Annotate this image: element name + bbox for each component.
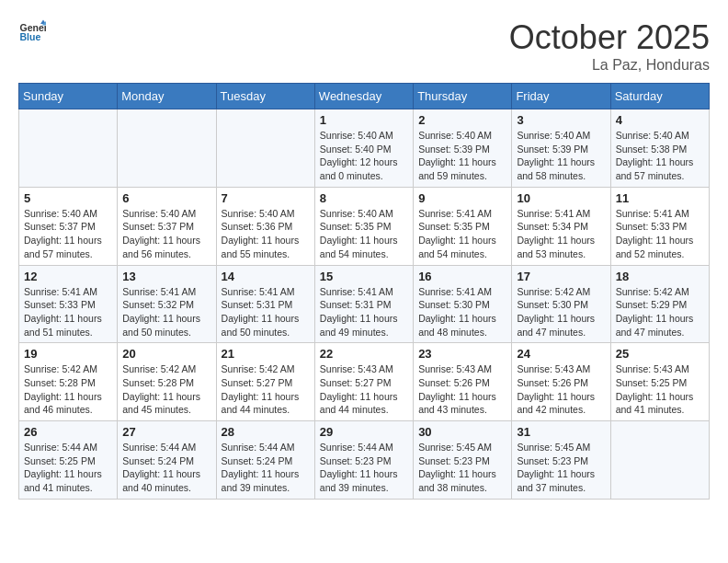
day-info: Sunrise: 5:43 AMSunset: 5:26 PMDaylight:… — [418, 362, 506, 417]
week-row-5: 26Sunrise: 5:44 AMSunset: 5:25 PMDayligh… — [19, 421, 710, 500]
day-info: Sunrise: 5:43 AMSunset: 5:25 PMDaylight:… — [616, 362, 704, 417]
weekday-header-wednesday: Wednesday — [314, 84, 413, 109]
day-number: 9 — [418, 191, 506, 205]
day-number: 7 — [222, 191, 310, 205]
day-info: Sunrise: 5:40 AMSunset: 5:37 PMDaylight:… — [122, 207, 210, 261]
calendar-cell: 8Sunrise: 5:40 AMSunset: 5:35 PMDaylight… — [314, 187, 413, 265]
day-number: 20 — [122, 347, 210, 361]
calendar-cell: 25Sunrise: 5:43 AMSunset: 5:25 PMDayligh… — [610, 343, 709, 421]
weekday-header-monday: Monday — [118, 84, 216, 109]
week-row-3: 12Sunrise: 5:41 AMSunset: 5:33 PMDayligh… — [19, 265, 710, 343]
calendar-cell: 31Sunrise: 5:45 AMSunset: 5:23 PMDayligh… — [512, 421, 610, 500]
day-info: Sunrise: 5:40 AMSunset: 5:40 PMDaylight:… — [320, 129, 408, 183]
day-number: 29 — [320, 425, 408, 439]
day-number: 17 — [517, 270, 605, 283]
day-number: 1 — [320, 113, 408, 127]
day-number: 18 — [616, 270, 704, 283]
day-number: 19 — [24, 347, 112, 361]
calendar-cell: 2Sunrise: 5:40 AMSunset: 5:39 PMDaylight… — [414, 109, 512, 188]
day-number: 8 — [320, 191, 408, 205]
day-number: 13 — [122, 270, 210, 283]
week-row-1: 1Sunrise: 5:40 AMSunset: 5:40 PMDaylight… — [19, 109, 710, 188]
calendar-cell: 6Sunrise: 5:40 AMSunset: 5:37 PMDaylight… — [118, 187, 216, 265]
page-header: General Blue October 2025 La Paz, Hondur… — [18, 18, 710, 74]
calendar-cell: 5Sunrise: 5:40 AMSunset: 5:37 PMDaylight… — [19, 187, 118, 265]
svg-text:Blue: Blue — [20, 31, 41, 42]
calendar-cell: 29Sunrise: 5:44 AMSunset: 5:23 PMDayligh… — [314, 421, 413, 500]
day-number: 11 — [616, 191, 704, 205]
calendar-cell — [610, 421, 709, 500]
title-block: October 2025 La Paz, Honduras — [509, 18, 710, 74]
calendar-cell — [19, 109, 118, 188]
day-info: Sunrise: 5:43 AMSunset: 5:27 PMDaylight:… — [320, 362, 408, 417]
calendar-cell: 11Sunrise: 5:41 AMSunset: 5:33 PMDayligh… — [610, 187, 709, 265]
day-info: Sunrise: 5:45 AMSunset: 5:23 PMDaylight:… — [517, 441, 605, 495]
calendar-header: SundayMondayTuesdayWednesdayThursdayFrid… — [19, 84, 710, 109]
day-number: 26 — [24, 425, 112, 439]
calendar-body: 1Sunrise: 5:40 AMSunset: 5:40 PMDaylight… — [19, 109, 710, 500]
calendar-cell: 7Sunrise: 5:40 AMSunset: 5:36 PMDaylight… — [216, 187, 314, 265]
day-number: 22 — [320, 347, 408, 361]
day-info: Sunrise: 5:42 AMSunset: 5:27 PMDaylight:… — [222, 362, 310, 417]
week-row-2: 5Sunrise: 5:40 AMSunset: 5:37 PMDaylight… — [19, 187, 710, 265]
day-info: Sunrise: 5:41 AMSunset: 5:31 PMDaylight:… — [320, 285, 408, 339]
day-number: 31 — [517, 425, 605, 439]
day-number: 30 — [418, 425, 506, 439]
calendar-cell: 17Sunrise: 5:42 AMSunset: 5:30 PMDayligh… — [512, 265, 610, 343]
logo-icon: General Blue — [18, 18, 46, 46]
day-number: 5 — [24, 191, 112, 205]
day-info: Sunrise: 5:40 AMSunset: 5:39 PMDaylight:… — [418, 129, 506, 183]
day-number: 4 — [616, 113, 704, 127]
calendar-cell: 28Sunrise: 5:44 AMSunset: 5:24 PMDayligh… — [216, 421, 314, 500]
day-info: Sunrise: 5:41 AMSunset: 5:34 PMDaylight:… — [517, 207, 605, 261]
calendar-cell: 16Sunrise: 5:41 AMSunset: 5:30 PMDayligh… — [414, 265, 512, 343]
calendar-cell: 22Sunrise: 5:43 AMSunset: 5:27 PMDayligh… — [314, 343, 413, 421]
day-info: Sunrise: 5:40 AMSunset: 5:37 PMDaylight:… — [24, 207, 112, 261]
day-number: 3 — [517, 113, 605, 127]
weekday-header-saturday: Saturday — [610, 84, 709, 109]
day-info: Sunrise: 5:41 AMSunset: 5:30 PMDaylight:… — [418, 285, 506, 339]
day-info: Sunrise: 5:41 AMSunset: 5:33 PMDaylight:… — [616, 207, 704, 261]
weekday-header-friday: Friday — [512, 84, 610, 109]
day-info: Sunrise: 5:43 AMSunset: 5:26 PMDaylight:… — [517, 362, 605, 417]
calendar-cell: 18Sunrise: 5:42 AMSunset: 5:29 PMDayligh… — [610, 265, 709, 343]
calendar-cell — [216, 109, 314, 188]
calendar-cell — [118, 109, 216, 188]
weekday-header-tuesday: Tuesday — [216, 84, 314, 109]
calendar-cell: 12Sunrise: 5:41 AMSunset: 5:33 PMDayligh… — [19, 265, 118, 343]
calendar-cell: 23Sunrise: 5:43 AMSunset: 5:26 PMDayligh… — [414, 343, 512, 421]
day-number: 15 — [320, 270, 408, 283]
day-info: Sunrise: 5:42 AMSunset: 5:28 PMDaylight:… — [122, 362, 210, 417]
day-info: Sunrise: 5:42 AMSunset: 5:29 PMDaylight:… — [616, 285, 704, 339]
day-number: 25 — [616, 347, 704, 361]
day-info: Sunrise: 5:44 AMSunset: 5:25 PMDaylight:… — [24, 441, 112, 495]
day-info: Sunrise: 5:40 AMSunset: 5:38 PMDaylight:… — [616, 129, 704, 183]
day-number: 16 — [418, 270, 506, 283]
day-info: Sunrise: 5:41 AMSunset: 5:31 PMDaylight:… — [222, 285, 310, 339]
day-info: Sunrise: 5:41 AMSunset: 5:32 PMDaylight:… — [122, 285, 210, 339]
day-info: Sunrise: 5:41 AMSunset: 5:33 PMDaylight:… — [24, 285, 112, 339]
day-info: Sunrise: 5:42 AMSunset: 5:30 PMDaylight:… — [517, 285, 605, 339]
weekday-row: SundayMondayTuesdayWednesdayThursdayFrid… — [19, 84, 710, 109]
day-number: 10 — [517, 191, 605, 205]
day-info: Sunrise: 5:44 AMSunset: 5:24 PMDaylight:… — [122, 441, 210, 495]
calendar-cell: 21Sunrise: 5:42 AMSunset: 5:27 PMDayligh… — [216, 343, 314, 421]
calendar-cell: 1Sunrise: 5:40 AMSunset: 5:40 PMDaylight… — [314, 109, 413, 188]
calendar-cell: 4Sunrise: 5:40 AMSunset: 5:38 PMDaylight… — [610, 109, 709, 188]
day-info: Sunrise: 5:40 AMSunset: 5:36 PMDaylight:… — [222, 207, 310, 261]
logo: General Blue — [18, 18, 46, 46]
weekday-header-sunday: Sunday — [19, 84, 118, 109]
calendar-cell: 3Sunrise: 5:40 AMSunset: 5:39 PMDaylight… — [512, 109, 610, 188]
weekday-header-thursday: Thursday — [414, 84, 512, 109]
day-info: Sunrise: 5:40 AMSunset: 5:35 PMDaylight:… — [320, 207, 408, 261]
calendar-cell: 20Sunrise: 5:42 AMSunset: 5:28 PMDayligh… — [118, 343, 216, 421]
day-number: 12 — [24, 270, 112, 283]
calendar-table: SundayMondayTuesdayWednesdayThursdayFrid… — [18, 83, 710, 500]
day-number: 24 — [517, 347, 605, 361]
day-info: Sunrise: 5:42 AMSunset: 5:28 PMDaylight:… — [24, 362, 112, 417]
day-info: Sunrise: 5:40 AMSunset: 5:39 PMDaylight:… — [517, 129, 605, 183]
day-number: 23 — [418, 347, 506, 361]
day-number: 28 — [222, 425, 310, 439]
day-number: 14 — [222, 270, 310, 283]
calendar-cell: 19Sunrise: 5:42 AMSunset: 5:28 PMDayligh… — [19, 343, 118, 421]
